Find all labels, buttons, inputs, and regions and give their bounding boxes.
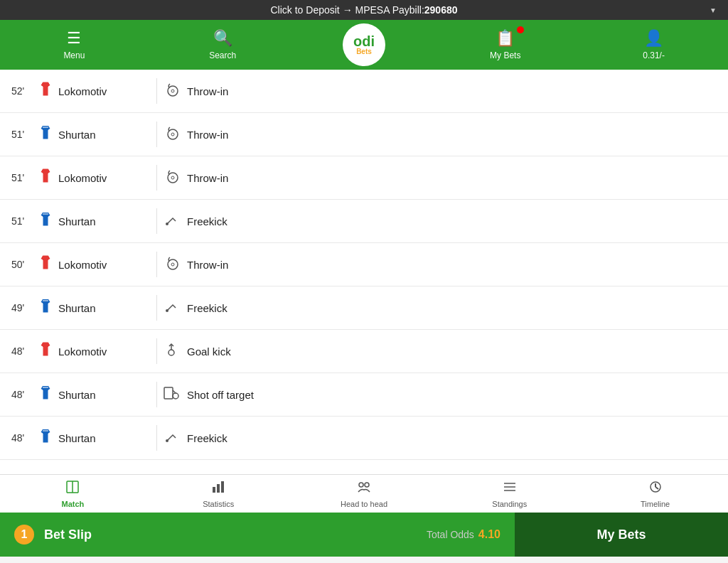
event-icon-section: Throw-in: [163, 124, 717, 145]
table-row: 51' Lokomotiv Throw-in: [0, 156, 728, 200]
event-time: 51': [11, 215, 37, 227]
event-label: Freekick: [187, 432, 228, 444]
svg-marker-0: [41, 82, 50, 96]
bet-slip-section[interactable]: 1 Bet Slip Total Odds 4.10: [0, 513, 515, 557]
mybets-label: My Bets: [490, 50, 520, 60]
event-time: 48': [11, 432, 37, 444]
total-odds-text: Total Odds: [427, 529, 474, 540]
table-row: 51' Shurtan Th: [0, 113, 728, 156]
svg-point-10: [171, 176, 174, 179]
table-row: 48' Lokomotiv Goal kick: [0, 330, 728, 373]
menu-button[interactable]: ☰ Menu: [46, 29, 102, 60]
deposit-text: Click to Deposit → MPESA Paybill:: [270, 4, 424, 16]
tab-standings[interactable]: Standings: [437, 480, 582, 508]
event-icon-section: Shot off target: [163, 385, 717, 405]
event-divider: [156, 382, 157, 407]
team-name: Shurtan: [58, 432, 96, 444]
event-icon-section: Throw-in: [163, 81, 717, 102]
team-section: Lokomotiv: [37, 80, 151, 102]
team-section: Lokomotiv: [37, 341, 151, 362]
event-label: Freekick: [187, 302, 228, 314]
team-jersey-icon: [37, 167, 54, 188]
logo-circle: odi Bets: [343, 23, 385, 66]
event-divider: [156, 78, 157, 104]
standings-tab-label: Standings: [492, 500, 527, 508]
event-label: Freekick: [187, 215, 228, 227]
event-time: 48': [11, 389, 37, 400]
event-type-icon: [163, 254, 180, 275]
svg-point-34: [166, 439, 168, 442]
svg-marker-15: [41, 255, 50, 269]
menu-icon: ☰: [67, 29, 81, 48]
svg-point-2: [171, 90, 174, 92]
total-odds-section: Total Odds 4.10: [427, 528, 500, 541]
bet-slip-label: Bet Slip: [44, 527, 92, 542]
event-icon-section: Throw-in: [163, 168, 717, 188]
team-name: Lokomotiv: [58, 259, 107, 271]
tab-timeline[interactable]: Timeline: [582, 480, 728, 508]
svg-point-17: [171, 263, 174, 266]
event-icon-section: Goal kick: [163, 341, 717, 362]
event-icon-section: Throw-in: [163, 254, 717, 275]
my-bets-nav[interactable]: 📋 My Bets: [477, 29, 534, 60]
event-type-icon: [163, 385, 180, 405]
svg-point-23: [168, 350, 174, 355]
bet-count: 1: [14, 525, 34, 545]
event-divider: [156, 165, 157, 191]
nav-bar: ☰ Menu 🔍 Search odi Bets 📋 My Bets 👤 0.3…: [0, 20, 728, 70]
event-time: 49': [11, 302, 37, 313]
event-icon-section: Freekick: [163, 298, 717, 318]
table-row: 50' Lokomotiv Throw-in: [0, 243, 728, 286]
search-button[interactable]: 🔍 Search: [194, 29, 251, 60]
event-icon-section: Freekick: [163, 211, 717, 232]
team-jersey-icon: [37, 210, 54, 232]
team-jersey-icon: [37, 254, 54, 275]
tab-head-to-head[interactable]: Head to head: [291, 480, 437, 508]
table-row: 48' Shurtan Freekick: [0, 417, 728, 460]
table-row: 51' Shurtan Freekick: [0, 200, 728, 243]
tab-match[interactable]: Match: [0, 480, 146, 508]
event-label: Throw-in: [187, 85, 228, 97]
deposit-bar[interactable]: Click to Deposit → MPESA Paybill: 290680…: [0, 0, 728, 20]
head-to-head-tab-icon: [357, 480, 371, 498]
standings-tab-icon: [503, 480, 517, 498]
event-time: 51': [11, 129, 37, 140]
logo-bets: Bets: [356, 48, 372, 55]
event-time: 48': [11, 345, 37, 357]
statistics-tab-icon: [211, 480, 225, 498]
tab-statistics[interactable]: Statistics: [146, 480, 291, 508]
svg-point-41: [365, 483, 369, 487]
svg-rect-38: [217, 484, 220, 493]
dropdown-icon[interactable]: ▼: [710, 6, 717, 14]
event-type-icon: [163, 341, 180, 362]
team-name: Shurtan: [58, 389, 96, 401]
svg-point-7: [171, 133, 174, 136]
event-divider: [156, 208, 157, 234]
event-time: 51': [11, 172, 37, 183]
notification-dot: [517, 26, 524, 33]
team-name: Shurtan: [58, 215, 96, 227]
table-row: 48' Shurtan Sh: [0, 373, 728, 417]
balance-button[interactable]: 👤 0.31/-: [626, 29, 682, 60]
team-section: Shurtan: [37, 210, 151, 232]
event-time: 52': [11, 85, 37, 97]
team-jersey-icon: [37, 124, 54, 145]
team-section: Lokomotiv: [37, 167, 151, 188]
logo[interactable]: odi Bets: [343, 23, 385, 66]
team-jersey-icon: [37, 341, 54, 362]
timeline-tab-icon: [648, 480, 663, 498]
bet-bar: 1 Bet Slip Total Odds 4.10 My Bets: [0, 513, 728, 557]
svg-point-14: [166, 222, 168, 225]
team-jersey-icon: [37, 427, 54, 449]
event-type-icon: [163, 124, 180, 145]
search-icon: 🔍: [213, 29, 232, 48]
match-tab-label: Match: [62, 500, 85, 508]
event-label: Shot off target: [187, 389, 254, 401]
events-table: 52' Lokomotiv Throw-in: [0, 70, 728, 474]
menu-label: Menu: [63, 50, 85, 60]
event-divider: [156, 338, 157, 364]
svg-marker-8: [41, 168, 50, 183]
my-bets-button[interactable]: My Bets: [515, 513, 728, 557]
team-name: Lokomotiv: [58, 172, 107, 184]
svg-marker-22: [41, 342, 50, 356]
